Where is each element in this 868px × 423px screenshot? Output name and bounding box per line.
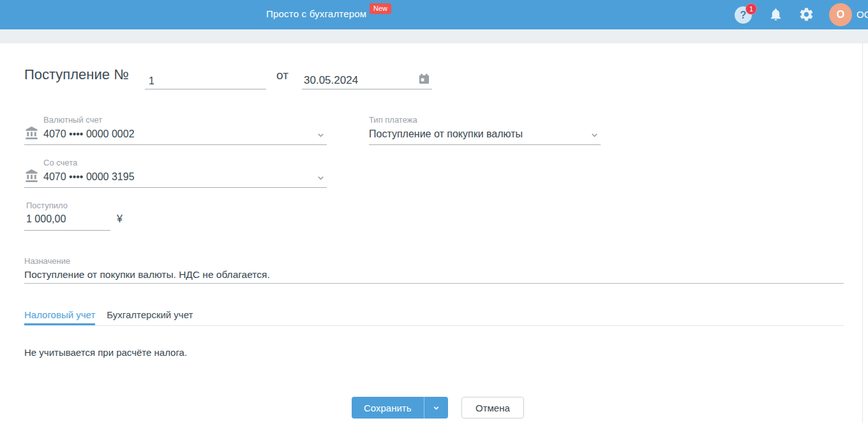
top-bar: Просто с бухгалтером New ? 1 О ОО <box>0 0 868 29</box>
payment-type-select[interactable]: Тип платежа Поступление от покупки валют… <box>369 112 601 145</box>
currency-account-select[interactable]: Валютный счет 4070 •••• 0000 0002 <box>24 112 327 145</box>
chevron-down-icon[interactable] <box>316 173 326 185</box>
help-notification-badge: 1 <box>745 3 757 15</box>
app-title: Просто с бухгалтером <box>266 8 366 19</box>
subheader-strip <box>0 29 868 43</box>
document-number-input[interactable] <box>145 75 266 87</box>
date-preposition-label: от <box>276 68 288 82</box>
payment-type-value[interactable]: Поступление от покупки валюты <box>369 128 523 140</box>
account-name[interactable]: ОО <box>857 9 868 20</box>
bell-icon[interactable] <box>768 7 783 22</box>
chevron-down-icon[interactable] <box>316 130 326 142</box>
currency-account-label: Валютный счет <box>43 115 102 125</box>
bank-icon <box>24 126 40 143</box>
from-account-label: Со счета <box>43 158 77 167</box>
amount-input[interactable] <box>26 213 106 225</box>
scroll-gutter-divider <box>862 43 863 423</box>
currency-symbol: ¥ <box>117 213 123 225</box>
chevron-down-icon[interactable] <box>590 130 599 142</box>
document-date-field[interactable] <box>302 70 432 89</box>
from-account-select[interactable]: Со счета 4070 •••• 0000 3195 <box>24 155 327 188</box>
tab-panel-text: Не учитывается при расчёте налога. <box>24 347 187 358</box>
payment-type-label: Тип платежа <box>369 115 417 125</box>
new-badge: New <box>370 3 391 14</box>
bank-icon <box>24 169 40 186</box>
avatar[interactable]: О <box>829 3 852 26</box>
amount-label: Поступило <box>26 201 68 210</box>
help-button[interactable]: ? 1 <box>735 6 758 25</box>
tab-bookkeeping[interactable]: Бухгалтерский учет <box>107 308 193 325</box>
calendar-icon[interactable] <box>418 73 430 88</box>
page-title: Поступление № <box>24 66 129 83</box>
gear-icon[interactable] <box>798 6 814 22</box>
tab-tax-accounting[interactable]: Налоговый учет <box>24 308 95 325</box>
amount-field[interactable]: Поступило <box>24 198 110 231</box>
tab-bar: Налоговый учет Бухгалтерский учет <box>24 308 844 326</box>
document-date-input[interactable] <box>302 74 410 87</box>
save-button[interactable]: Сохранить <box>352 397 424 419</box>
currency-account-value[interactable]: 4070 •••• 0000 0002 <box>43 128 135 140</box>
purpose-input[interactable] <box>24 269 844 281</box>
from-account-value[interactable]: 4070 •••• 0000 3195 <box>43 171 135 183</box>
document-number-field[interactable] <box>145 70 266 89</box>
save-options-chevron-icon[interactable] <box>424 397 448 419</box>
save-split-button[interactable]: Сохранить <box>352 397 448 419</box>
cancel-button[interactable]: Отмена <box>461 397 524 419</box>
purpose-field[interactable]: Назначение <box>24 254 844 284</box>
purpose-label: Назначение <box>24 256 70 266</box>
app-window: Просто с бухгалтером New ? 1 О ОО Поступ… <box>0 0 868 423</box>
